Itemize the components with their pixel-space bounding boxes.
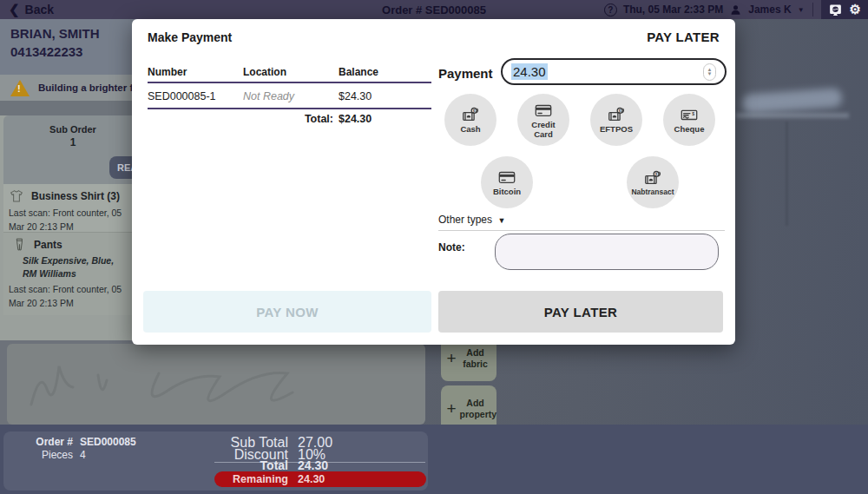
table-rule: [148, 82, 431, 83]
back-label: Back: [25, 3, 54, 16]
settings-gear-icon[interactable]: ⚙: [850, 2, 861, 17]
modal-title: Make Payment: [148, 30, 232, 44]
total-value: 24.30: [298, 458, 328, 472]
order-summary-card: Order # SED000085 Pieces 4 Sub Total 27.…: [3, 431, 428, 491]
pants-icon: [12, 237, 27, 252]
payment-amount-input[interactable]: 24.30 ▲▼: [501, 58, 727, 85]
other-types-label: Other types: [438, 214, 492, 226]
pieces-value: 4: [80, 449, 86, 461]
chevron-down-icon: ▼: [798, 6, 805, 14]
col-header-location: Location: [243, 66, 286, 78]
note-label: Note:: [438, 241, 465, 254]
plus-icon: +: [446, 349, 456, 368]
table-rule: [148, 108, 431, 109]
back-button[interactable]: ❮ Back: [0, 2, 62, 17]
cash-icon: [461, 105, 480, 124]
credit-card-icon: [534, 101, 553, 120]
make-payment-modal: Make Payment PAY LATER Number Location B…: [132, 19, 735, 345]
chevron-left-icon: ❮: [9, 2, 20, 17]
payment-amount-value: 24.30: [511, 63, 548, 80]
datetime-text: Thu, 05 Mar 2:33 PM: [623, 3, 723, 16]
photo-shelf: [736, 113, 849, 118]
add-fabric-label: Add fabric: [460, 347, 491, 368]
user-avatar-icon: [729, 3, 742, 16]
pay-later-button[interactable]: PAY LATER: [438, 291, 723, 333]
top-bar: ❮ Back Order # SED000085 ? Thu, 05 Mar 2…: [0, 0, 868, 19]
modal-mode-label: PAY LATER: [647, 30, 720, 44]
item-details: Silk Expensive, Blue, RM Williams: [23, 254, 127, 280]
row-number: SED000085-1: [148, 90, 216, 102]
eftpos-cash-icon: [607, 105, 626, 124]
nabtransact-cash-icon: [643, 168, 662, 188]
method-credit-card-button[interactable]: Credit Card: [517, 94, 569, 146]
add-property-label: Add property: [460, 398, 491, 418]
machine-status-icon[interactable]: [828, 3, 843, 17]
suborder-number: 1: [38, 136, 108, 148]
warning-icon: [10, 80, 30, 96]
pieces-label: Pieces: [30, 449, 73, 461]
plus-icon: +: [446, 399, 456, 418]
remaining-badge: Remaining 24.30: [214, 471, 426, 487]
remaining-label: Remaining: [214, 473, 288, 485]
table-total-value: $24.30: [339, 113, 372, 125]
row-location: Not Ready: [243, 90, 294, 102]
signature-panel[interactable]: [7, 344, 425, 425]
row-balance: $24.30: [339, 90, 372, 102]
user-menu[interactable]: James K: [748, 3, 791, 16]
item-name: Pants: [34, 239, 62, 251]
table-total-label: Total:: [253, 113, 333, 125]
photo-pole: [786, 122, 788, 226]
signature-scribble: [16, 351, 415, 418]
dropdown-arrow-icon: ▼: [497, 216, 505, 225]
item-last-scan: Last scan: Front counter, 05 Mar 20 2:13…: [9, 207, 135, 234]
item-last-scan: Last scan: Front counter, 05 Mar 20 2:13…: [9, 283, 135, 311]
remaining-value: 24.30: [298, 473, 325, 485]
method-bitcoin-button[interactable]: Bitcoin: [481, 156, 533, 208]
help-icon[interactable]: ?: [604, 3, 617, 16]
bitcoin-card-icon: [497, 168, 516, 187]
section-divider: [438, 230, 725, 231]
method-cash-button[interactable]: Cash: [444, 94, 496, 146]
col-header-balance: Balance: [339, 66, 378, 78]
order-number-label: Order #: [30, 436, 73, 448]
other-types-dropdown[interactable]: Other types ▼: [438, 214, 505, 226]
payment-label: Payment: [438, 66, 493, 81]
total-row: Total 24.30: [214, 458, 426, 472]
number-stepper[interactable]: ▲▼: [703, 63, 716, 81]
method-eftpos-button[interactable]: EFTPOS: [590, 94, 642, 146]
suborder-label: Sub Order: [38, 124, 108, 135]
item-name: Business Shirt (3): [31, 190, 120, 202]
shirt-icon: [9, 188, 24, 204]
order-number-value: SED000085: [80, 436, 136, 448]
topbar-divider: [812, 3, 813, 16]
pay-now-button[interactable]: PAY NOW: [143, 291, 431, 333]
method-cheque-button[interactable]: Cheque: [663, 94, 715, 146]
order-summary-bar: Order # SED000085 Pieces 4 Sub Total 27.…: [0, 425, 868, 494]
cheque-icon: [680, 105, 699, 124]
col-header-number: Number: [148, 66, 187, 78]
total-label: Total: [214, 458, 288, 472]
method-nabtransact-button[interactable]: Nabtransact: [627, 156, 679, 208]
note-input[interactable]: [495, 234, 719, 270]
